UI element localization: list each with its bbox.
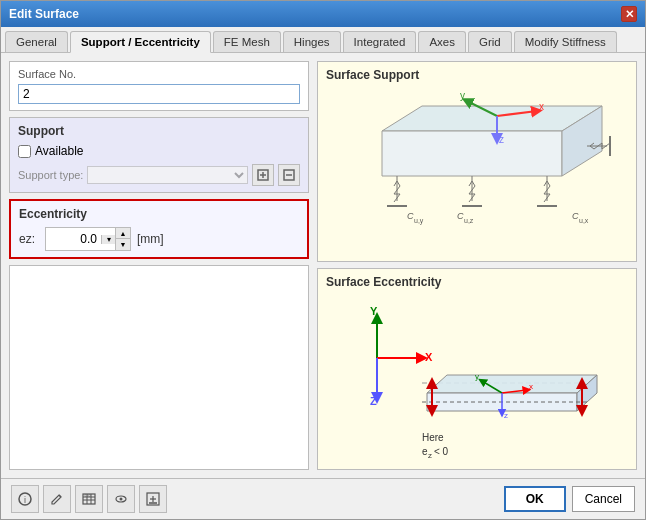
svg-point-61	[120, 498, 123, 501]
ez-spin-up[interactable]: ▲	[116, 228, 130, 239]
available-row: Available	[18, 144, 300, 158]
close-button[interactable]: ✕	[621, 6, 637, 22]
tab-general[interactable]: General	[5, 31, 68, 52]
ok-button[interactable]: OK	[504, 486, 566, 512]
svg-text:y: y	[460, 91, 465, 101]
svg-text:0.00: 0.00	[85, 494, 91, 498]
tab-grid[interactable]: Grid	[468, 31, 512, 52]
footer: i 0.00 OK Cancel	[1, 478, 645, 519]
tab-support-eccentricity[interactable]: Support / Eccentricity	[70, 31, 211, 53]
table-icon-btn[interactable]: 0.00	[75, 485, 103, 513]
svg-text:u,x: u,x	[579, 217, 589, 224]
tab-integrated[interactable]: Integrated	[343, 31, 417, 52]
support-section: Support Available Support type:	[9, 117, 309, 193]
svg-text:u,y: u,y	[414, 217, 424, 225]
cancel-button[interactable]: Cancel	[572, 486, 635, 512]
eye-icon-btn[interactable]	[107, 485, 135, 513]
edit-icon-btn[interactable]	[43, 485, 71, 513]
svg-text:Y: Y	[370, 305, 378, 317]
tab-fe-mesh[interactable]: FE Mesh	[213, 31, 281, 52]
info-icon-btn[interactable]: i	[11, 485, 39, 513]
eccentricity-panel: Surface Eccentricity	[317, 268, 637, 470]
ez-input[interactable]	[46, 230, 101, 248]
svg-text:x: x	[529, 382, 533, 391]
svg-text:C: C	[457, 211, 464, 221]
svg-text:< 0: < 0	[434, 446, 449, 457]
surface-support-title: Surface Support	[326, 68, 628, 82]
tab-hinges[interactable]: Hinges	[283, 31, 341, 52]
eccentricity-title: Eccentricity	[19, 207, 299, 221]
support-diagram: y x z C u,y C u,z C u,x	[326, 86, 628, 255]
tab-bar: General Support / Eccentricity FE Mesh H…	[1, 27, 645, 53]
main-content: Surface No. Support Available Support ty…	[1, 53, 645, 478]
surface-eccentricity-title: Surface Eccentricity	[326, 275, 628, 289]
edit-surface-window: Edit Surface ✕ General Support / Eccentr…	[0, 0, 646, 520]
ecc-diagram: Y X Z	[326, 293, 628, 463]
svg-text:z: z	[428, 451, 432, 460]
extra-section	[9, 265, 309, 470]
ez-unit: [mm]	[137, 232, 164, 246]
svg-line-53	[59, 495, 61, 497]
support-title: Support	[18, 124, 300, 138]
svg-text:y: y	[475, 372, 479, 381]
tab-modify-stiffness[interactable]: Modify Stiffness	[514, 31, 617, 52]
svg-text:x: x	[539, 101, 544, 112]
support-type-row: Support type:	[18, 164, 300, 186]
surface-no-label: Surface No.	[18, 68, 300, 80]
surface-support-panel: Surface Support	[317, 61, 637, 262]
svg-text:C: C	[572, 211, 579, 221]
available-label: Available	[35, 144, 83, 158]
ez-dropdown-btn[interactable]: ▾	[101, 235, 115, 244]
support-type-icon-btn-2[interactable]	[278, 164, 300, 186]
ez-label: ez:	[19, 232, 39, 246]
ez-input-wrapper: ▾ ▲ ▼	[45, 227, 131, 251]
tab-axes[interactable]: Axes	[418, 31, 466, 52]
svg-text:i: i	[24, 495, 26, 505]
svg-text:z: z	[504, 411, 508, 420]
eccentricity-section: Eccentricity ez: ▾ ▲ ▼ [mm]	[9, 199, 309, 259]
svg-text:z: z	[499, 134, 504, 145]
svg-marker-6	[382, 131, 562, 176]
support-type-select[interactable]	[87, 166, 248, 184]
svg-text:Here: Here	[422, 432, 444, 443]
ez-row: ez: ▾ ▲ ▼ [mm]	[19, 227, 299, 251]
svg-text:C: C	[407, 211, 414, 221]
left-panel: Surface No. Support Available Support ty…	[9, 61, 309, 470]
svg-text:X: X	[425, 351, 433, 363]
footer-actions: OK Cancel	[504, 486, 635, 512]
footer-icons: i 0.00	[11, 485, 167, 513]
surface-no-input[interactable]	[18, 84, 300, 104]
svg-marker-35	[427, 375, 597, 393]
support-type-icon-btn-1[interactable]	[252, 164, 274, 186]
support-type-label: Support type:	[18, 169, 83, 181]
available-checkbox[interactable]	[18, 145, 31, 158]
ez-spin-btns: ▲ ▼	[115, 228, 130, 250]
svg-text:Z: Z	[370, 395, 377, 407]
svg-text:u,z: u,z	[464, 217, 474, 224]
right-panel: Surface Support	[317, 61, 637, 470]
title-bar: Edit Surface ✕	[1, 1, 645, 27]
surface-no-section: Surface No.	[9, 61, 309, 111]
export-icon-btn[interactable]	[139, 485, 167, 513]
window-title: Edit Surface	[9, 7, 79, 21]
ez-spin-down[interactable]: ▼	[116, 239, 130, 250]
